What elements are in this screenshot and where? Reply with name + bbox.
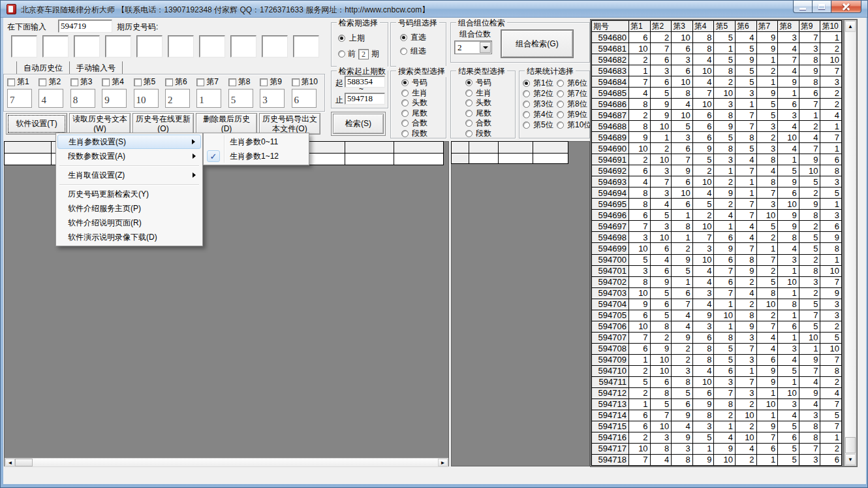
table-value-cell: 7 — [629, 455, 651, 466]
position-value-box[interactable]: 7 — [7, 89, 32, 108]
result-type-option[interactable]: 生肖 — [465, 88, 515, 99]
search-type-option[interactable]: 号码 — [401, 78, 446, 88]
position-checkbox[interactable] — [228, 78, 236, 86]
table-value-cell: 7 — [651, 43, 672, 54]
history-digit-box[interactable] — [42, 35, 69, 57]
prev-n-input[interactable]: 2 — [358, 49, 369, 59]
submenu-item[interactable]: ✓生肖参数1~12 — [205, 149, 307, 163]
history-digit-box[interactable] — [105, 35, 131, 57]
menu-item[interactable]: 软件演示说明录像下载(D) — [57, 230, 201, 244]
result-type-option[interactable]: 合数 — [465, 118, 515, 129]
position-value-box[interactable]: 2 — [165, 89, 190, 108]
position-checkbox[interactable] — [292, 78, 300, 86]
history-digit-box[interactable] — [199, 35, 225, 57]
search-type-option[interactable]: 段数 — [401, 129, 446, 139]
result-stat-option[interactable]: 第2位 — [523, 88, 555, 99]
result-stat-option[interactable]: 第3位 — [523, 99, 555, 109]
title-bar[interactable]: 北京赛车跟随规律分析大师 【联系电话：13907192348 付家辉 QQ：17… — [1, 1, 867, 18]
table-value-cell: 10 — [693, 255, 715, 266]
history-digit-box[interactable] — [230, 35, 256, 57]
table-value-cell: 2 — [799, 121, 821, 132]
history-digit-box[interactable] — [293, 35, 319, 57]
history-digit-box[interactable] — [262, 35, 288, 57]
position-checkbox[interactable] — [7, 78, 15, 86]
toolbar-button-5[interactable]: 历史号码导出文本文件(O) — [259, 113, 320, 135]
position-checkbox[interactable] — [134, 78, 142, 86]
result-stat-option[interactable]: 第10位 — [557, 120, 589, 130]
position-value-box[interactable]: 1 — [196, 89, 221, 108]
minimize-button[interactable] — [793, 1, 813, 13]
submenu-item[interactable]: 生肖参数0~11 — [205, 135, 307, 149]
table-value-cell: 2 — [820, 88, 842, 99]
position-value-box[interactable]: 4 — [39, 89, 63, 108]
search-button[interactable]: 检索(S) — [333, 114, 384, 134]
result-type-option[interactable]: 号码 — [465, 78, 515, 88]
result-type-option[interactable]: 尾数 — [465, 108, 515, 119]
history-digit-box[interactable] — [168, 35, 194, 57]
menu-item[interactable]: 段数参数设置(A) — [57, 149, 201, 163]
range-start-input[interactable] — [345, 76, 385, 88]
combo-search-button[interactable]: 组合检索(G) — [501, 30, 573, 57]
history-digit-box[interactable] — [136, 35, 163, 57]
close-button[interactable] — [831, 1, 861, 13]
position-value-box[interactable]: 10 — [134, 89, 159, 108]
position-value-box[interactable]: 6 — [292, 89, 317, 108]
scroll-right-button[interactable]: ► — [438, 459, 448, 466]
position-checkbox[interactable] — [70, 78, 78, 86]
horizontal-scrollbar[interactable]: ◄ ► — [5, 458, 448, 467]
toolbar-button-1[interactable]: 软件设置(T) — [6, 113, 67, 135]
result-stat-option[interactable]: 第5位 — [523, 120, 555, 130]
tab-manual-input[interactable]: 手动输入号 — [70, 61, 123, 74]
result-type-option[interactable]: 段数 — [465, 129, 515, 139]
number-group-option[interactable]: 直选 — [400, 33, 446, 42]
history-table[interactable]: 期号第1第2第3第4第5第6第7第8第9第1059468062108549371… — [591, 20, 842, 466]
search-period-option-last[interactable]: 上期 — [338, 33, 388, 44]
tab-auto-history[interactable]: 自动历史位 — [17, 61, 70, 74]
position-value-box[interactable]: 5 — [228, 89, 253, 108]
vertical-scrollbar[interactable]: ▲ ▼ — [845, 20, 856, 466]
result-stat-option[interactable]: 第6位 — [557, 78, 589, 88]
position-checkbox[interactable] — [260, 78, 268, 86]
range-end-input[interactable] — [345, 93, 385, 105]
search-type-option[interactable]: 头数 — [401, 98, 446, 108]
horizontal-scroll-thumb[interactable] — [15, 459, 33, 466]
menu-item[interactable]: 历史号码更新检索天(Y) — [57, 187, 201, 201]
search-period-option-prev-n[interactable]: 前 2 期 — [338, 48, 388, 59]
scroll-left-button[interactable]: ◄ — [5, 459, 15, 466]
search-type-option[interactable]: 尾数 — [401, 108, 446, 119]
history-digit-box[interactable] — [11, 35, 37, 57]
toolbar-button-3[interactable]: 历史号在线更新(O) — [132, 113, 194, 135]
scroll-down-button[interactable]: ▼ — [845, 454, 856, 465]
position-checkbox[interactable] — [39, 78, 46, 86]
table-value-cell: 6 — [672, 143, 693, 154]
menu-item[interactable]: 生肖参数设置(S) — [57, 135, 201, 149]
scroll-up-button[interactable]: ▲ — [845, 21, 856, 32]
toolbar-button-4[interactable]: 删除最后历史(D) — [196, 113, 257, 135]
search-type-option[interactable]: 生肖 — [401, 88, 446, 99]
result-type-option[interactable]: 头数 — [465, 98, 515, 108]
combo-positions-select[interactable]: 2 — [454, 41, 492, 54]
maximize-button[interactable] — [813, 1, 831, 13]
result-stat-option[interactable]: 第1位 — [523, 78, 555, 88]
toolbar-button-2[interactable]: 读取历史号文本(W) — [69, 113, 131, 135]
result-stat-option[interactable]: 第4位 — [523, 109, 555, 120]
combo-dropdown-button[interactable] — [480, 42, 491, 53]
position-value-box[interactable]: 8 — [70, 89, 95, 108]
number-group-option[interactable]: 组选 — [400, 46, 446, 56]
position-row: 第17第24第38第49第510第62第71第85第93第106 — [7, 77, 323, 108]
menu-item[interactable]: 软件介绍服务主页(P) — [57, 201, 201, 216]
result-stat-option[interactable]: 第8位 — [557, 99, 589, 109]
history-digit-box[interactable] — [74, 35, 100, 57]
menu-item[interactable]: 生肖取值设置(Z) — [57, 168, 201, 182]
position-checkbox[interactable] — [196, 78, 204, 86]
menu-item[interactable]: 软件介绍说明页面(R) — [57, 216, 201, 230]
result-stat-option[interactable]: 第7位 — [557, 88, 589, 99]
position-checkbox[interactable] — [102, 78, 110, 86]
position-value-box[interactable]: 3 — [260, 89, 285, 108]
period-input[interactable] — [58, 20, 112, 33]
position-checkbox[interactable] — [165, 78, 173, 86]
result-stat-option[interactable]: 第9位 — [557, 109, 589, 120]
vertical-scroll-thumb[interactable] — [845, 437, 856, 453]
search-type-option[interactable]: 合数 — [401, 118, 446, 129]
position-value-box[interactable]: 9 — [102, 89, 127, 108]
